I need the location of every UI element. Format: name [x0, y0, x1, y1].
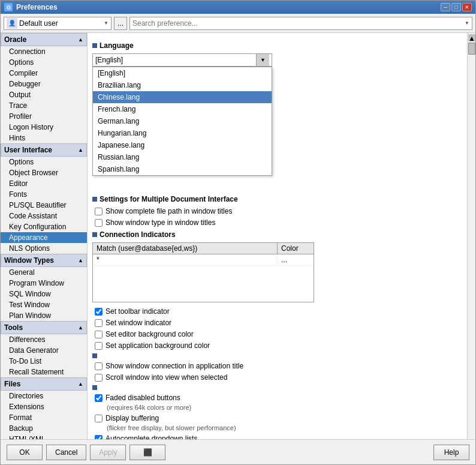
sidebar-item-object-browser[interactable]: Object Browser: [1, 167, 87, 178]
sidebar-item-editor[interactable]: Editor: [1, 178, 87, 189]
section2-icon: [92, 353, 97, 358]
scroll-window-checkbox[interactable]: [95, 374, 103, 382]
user-dropdown[interactable]: 👤 Default user ▼: [4, 17, 112, 30]
check-row-display-buffering: Display buffering: [92, 414, 471, 422]
set-editor-bg-checkbox[interactable]: [95, 331, 103, 338]
show-wintype-checkbox[interactable]: [95, 219, 103, 227]
unknown-button[interactable]: ⬛: [129, 445, 165, 460]
mdi-section-icon: [92, 197, 97, 202]
mdi-section: Settings for Multiple Document Interface…: [92, 195, 471, 227]
scrollbar-track[interactable]: ▲: [467, 33, 475, 439]
sidebar-item-nls-options[interactable]: NLS Options: [1, 243, 87, 254]
help-button[interactable]: Help: [433, 445, 469, 460]
check-row-window-ind: Set window indicator: [92, 319, 471, 327]
sidebar-item-plsql-beautifier[interactable]: PL/SQL Beautifier: [1, 200, 87, 211]
sidebar-item-test-window[interactable]: Test Window: [1, 299, 87, 310]
lang-option-brazilian[interactable]: Brazilian.lang: [93, 79, 272, 91]
close-button[interactable]: ✕: [462, 3, 472, 11]
sidebar-item-code-assistant[interactable]: Code Assistant: [1, 211, 87, 221]
settings-panel: Language [English] ▼ [English] Brazilian…: [88, 33, 475, 439]
sidebar-item-sql-window[interactable]: SQL Window: [1, 289, 87, 299]
check-row-faded-btns: Faded disabled buttons: [92, 394, 471, 402]
lang-option-japanese[interactable]: Japanese.lang: [93, 139, 272, 151]
sidebar-item-logon-history[interactable]: Logon History: [1, 122, 87, 133]
conn-table-col-match: Match (user@database{ed,ws}): [93, 243, 278, 254]
language-dropdown-list[interactable]: [English] Brazilian.lang Chinese.lang Fr…: [92, 67, 272, 176]
sidebar-section-oracle[interactable]: Oracle ▲: [1, 33, 87, 46]
show-wintype-label: Show window type in window titles: [106, 218, 215, 227]
scroll-thumb[interactable]: [468, 43, 475, 55]
set-app-bg-checkbox[interactable]: [95, 342, 103, 350]
check-row-toolbar-ind: Set toolbar indicator: [92, 307, 471, 316]
show-filepath-checkbox[interactable]: [95, 208, 103, 215]
display-buffering-checkbox[interactable]: [95, 415, 103, 422]
check-row-wintype: Show window type in window titles: [92, 218, 471, 227]
autocomplete-checkbox[interactable]: [95, 435, 103, 440]
sidebar-item-html-xml[interactable]: HTML/XML: [1, 434, 87, 439]
check-row-conn-title: Show window connection in application ti…: [92, 362, 471, 370]
sidebar-item-connection[interactable]: Connection: [1, 46, 87, 57]
sidebar-item-backup[interactable]: Backup: [1, 423, 87, 434]
ok-button[interactable]: OK: [7, 445, 43, 460]
set-window-checkbox[interactable]: [95, 319, 103, 327]
show-conn-title-label: Show window connection in application ti…: [106, 362, 243, 370]
sidebar-item-appearance[interactable]: Appearance: [1, 232, 87, 243]
language-dropdown-button[interactable]: ▼: [256, 54, 269, 66]
sidebar-item-key-configuration[interactable]: Key Configuration: [1, 221, 87, 232]
lang-option-english[interactable]: [English]: [93, 67, 272, 79]
bottom-bar: OK Cancel Apply ⬛ Help: [1, 439, 475, 464]
sidebar-item-ui-options[interactable]: Options: [1, 157, 87, 167]
faded-buttons-sublabel: (requires 64k colors or more): [92, 404, 471, 411]
sidebar-item-data-generator[interactable]: Data Generator: [1, 345, 87, 356]
sidebar-item-format[interactable]: Format: [1, 412, 87, 423]
sidebar-item-program-window[interactable]: Program Window: [1, 278, 87, 289]
sidebar-item-debugger[interactable]: Debugger: [1, 79, 87, 89]
sidebar-item-hints[interactable]: Hints: [1, 133, 87, 143]
sidebar-item-extensions[interactable]: Extensions: [1, 401, 87, 412]
sidebar-item-directories[interactable]: Directories: [1, 391, 87, 401]
cancel-button[interactable]: Cancel: [46, 445, 86, 460]
sidebar-item-output[interactable]: Output: [1, 89, 87, 100]
scroll-up-arrow[interactable]: ▲: [468, 34, 475, 41]
sidebar-item-profiler[interactable]: Profiler: [1, 111, 87, 122]
apply-button[interactable]: Apply: [90, 445, 126, 460]
titlebar: ⚙ Preferences ─ □ ✕: [1, 1, 475, 14]
show-conn-title-checkbox[interactable]: [95, 362, 103, 370]
sidebar-item-options[interactable]: Options: [1, 57, 87, 68]
lang-option-chinese[interactable]: Chinese.lang: [93, 91, 272, 103]
section3: Faded disabled buttons (requires 64k col…: [92, 385, 471, 439]
sidebar-item-recall-statement[interactable]: Recall Statement: [1, 367, 87, 377]
lang-option-spanish[interactable]: Spanish.lang: [93, 163, 272, 175]
lang-option-german[interactable]: German.lang: [93, 115, 272, 127]
lang-option-french[interactable]: French.lang: [93, 103, 272, 115]
search-box[interactable]: ▼: [129, 17, 472, 30]
sidebar-item-todo-list[interactable]: To-Do List: [1, 356, 87, 367]
sidebar-item-compiler[interactable]: Compiler: [1, 68, 87, 79]
language-dropdown[interactable]: [English] ▼: [92, 53, 272, 67]
faded-buttons-checkbox[interactable]: [95, 394, 103, 402]
toolbar-menu-button[interactable]: ...: [114, 17, 127, 30]
sidebar-section-tools[interactable]: Tools ▲: [1, 321, 87, 334]
maximize-button[interactable]: □: [451, 3, 461, 11]
lang-option-hungarian[interactable]: Hungarian.lang: [93, 127, 272, 139]
sidebar-section-window-types[interactable]: Window Types ▲: [1, 254, 87, 267]
app-icon: ⚙: [4, 3, 13, 11]
minimize-button[interactable]: ─: [441, 3, 450, 11]
sidebar-section-files[interactable]: Files ▲: [1, 377, 87, 391]
sidebar-item-general[interactable]: General: [1, 267, 87, 278]
sidebar-item-differences[interactable]: Differences: [1, 334, 87, 345]
sidebar-item-trace[interactable]: Trace: [1, 100, 87, 111]
sidebar-item-fonts[interactable]: Fonts: [1, 189, 87, 200]
table-row: * ...: [93, 254, 314, 266]
sidebar-section-tools-label: Tools: [4, 323, 23, 332]
lang-option-russian[interactable]: Russian.lang: [93, 151, 272, 163]
sidebar-section-ui[interactable]: User Interface ▲: [1, 143, 87, 157]
show-filepath-label: Show complete file path in window titles: [106, 207, 232, 215]
set-toolbar-checkbox[interactable]: [95, 308, 103, 316]
search-input[interactable]: [132, 19, 465, 28]
sidebar-oracle-arrow: ▲: [78, 37, 83, 43]
sidebar-section-ui-label: User Interface: [4, 146, 52, 154]
sidebar-section-files-label: Files: [4, 380, 20, 388]
sidebar-item-plan-window[interactable]: Plan Window: [1, 310, 87, 321]
sidebar-tools-arrow: ▲: [78, 325, 83, 331]
